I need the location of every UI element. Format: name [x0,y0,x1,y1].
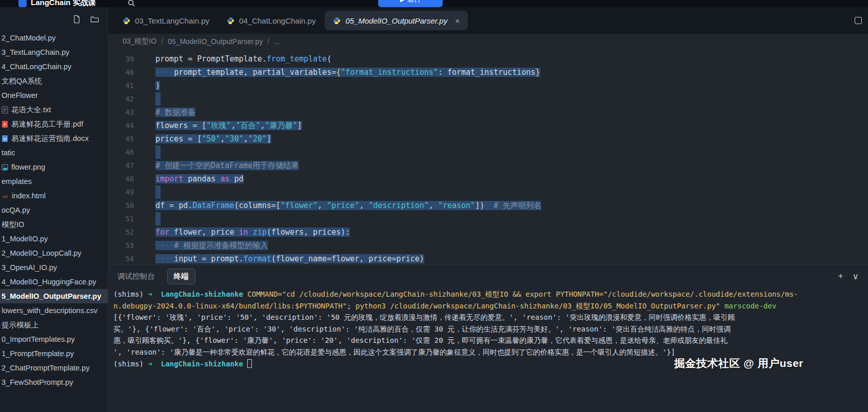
search-icon[interactable] [127,0,135,7]
new-file-icon[interactable] [72,14,82,24]
file-item[interactable]: W易速鲜花运营指南.docx [0,131,108,146]
file-item[interactable]: 5_ModelIO_OutputParser.py [0,289,108,303]
file-item-label: 5_ModelIO_OutputParser.py [2,292,101,300]
python-icon [123,17,130,25]
code-line-content [155,146,161,159]
file-item[interactable]: flower.png [0,160,108,174]
code-line[interactable]: 48import pandas as pd [108,172,868,186]
file-item-label: tatic [2,149,15,157]
code-token: , [261,121,265,130]
play-icon: ▶ [400,0,404,3]
code-line-content: df = pd.DataFrame(columns=["flower", "pr… [155,199,541,212]
code-line[interactable]: 51 [108,212,868,225]
file-item[interactable]: 3_TextLangChain.py [0,45,108,59]
file-item-label: emplates [2,177,32,186]
code-line[interactable]: 40····prompt_template, partial_variables… [108,66,868,79]
code-token: ] [298,121,302,130]
terminal-line: [{'flower': '玫瑰', 'price': '50', 'descri… [113,312,868,323]
code-line-content: import pandas as pd [155,172,244,186]
code-line[interactable]: 47# 创建一个空的DataFrame用于存储结果 [108,159,868,172]
file-item[interactable]: P易速鲜花员工手册.pdf [0,117,108,131]
code-token: "description" [368,201,428,210]
code-line[interactable]: 39prompt = PromptTemplate.from_template( [108,52,868,66]
chevron-down-icon[interactable]: ∨ [853,271,859,282]
run-button[interactable]: ▶ 运行 [378,0,443,7]
file-item[interactable]: 2_ChatModel.py [0,31,108,45]
breadcrumb-item[interactable]: 03_模型IO [123,37,156,46]
editor-tab[interactable]: 05_ModelIO_OutputParser.py× [325,11,468,30]
file-item-label: 1_PromptTemplate.py [2,349,74,358]
code-line[interactable]: 44flowers = ["玫瑰","百合","康乃馨"] [108,119,868,132]
file-item[interactable]: ocQA.py [0,203,108,217]
code-line[interactable]: 45prices = ["50","30","20"] [108,132,868,146]
terminal-text: 买。'}, {'flower': '百合', 'price': '30', 'd… [113,325,731,333]
close-icon[interactable]: × [455,16,460,25]
code-line-content: for flower, price in zip(flowers, prices… [155,225,350,239]
code-line[interactable]: 49 [108,186,868,199]
code-token: # 先声明列名 [494,201,541,210]
code-token: "康乃馨" [265,121,298,130]
code-line[interactable]: 54····input = prompt.format(flower_name=… [108,252,868,264]
file-item[interactable]: 2_ChatPromptTemplate.py [0,361,108,375]
file-item[interactable]: 提示模板上 [0,318,108,332]
file-item-label: flower.png [11,163,45,171]
html-file-icon: <> [2,192,9,200]
top-bar: LangChain 实战课 ▶ 运行 [0,0,868,7]
breadcrumb-item[interactable]: ... [274,37,280,46]
code-token: in [239,228,248,237]
docx-file-icon: W [2,135,8,142]
code-token: pd [230,174,244,183]
code-line[interactable]: 46 [108,146,868,159]
file-item[interactable]: 1_PromptTemplate.py [0,346,108,361]
terminal-text: COMMAND="cd /cloudide/workspace/LangChai… [247,290,798,298]
file-item[interactable]: 0_ImportTemplates.py [0,332,108,346]
file-item[interactable]: 4_ModelIO_HuggingFace.py [0,275,108,289]
code-line[interactable]: 53····# 根据提示准备模型的输入 [108,239,868,252]
file-item[interactable]: tatic [0,146,108,160]
tab-debug-console[interactable]: 调试控制台 [117,272,155,281]
file-item-label: 3_FewShotPrompt.py [2,378,73,386]
terminal-text: [{'flower': '玫瑰', 'price': '50', 'descri… [113,313,735,321]
new-folder-icon[interactable] [90,14,100,24]
file-item[interactable]: 3_FewShotPrompt.py [0,375,108,389]
code-token: "20" [248,134,267,143]
code-line[interactable]: 52for flower, price in zip(flowers, pric… [108,225,868,239]
editor-tab[interactable]: 04_ChatLongChain.py [219,11,324,30]
terminal-text: marscode-dev [724,302,776,310]
code-line[interactable]: 41) [108,79,868,92]
code-token: ) [155,81,160,90]
panel-header: 调试控制台 终端 + ∨ [108,265,868,287]
code-line[interactable]: 50df = pd.DataFrame(columns=["flower", "… [108,199,868,212]
app-logo: LangChain 实战课 [18,0,96,7]
file-item[interactable]: 文档QA系统 [0,74,108,88]
file-item[interactable]: 花语大全.txt [0,102,108,117]
code-line-content: # 数据准备 [155,106,195,119]
code-line-content: prices = ["50","30","20"] [155,132,271,146]
code-token: flower, price [169,228,239,237]
split-editor-icon[interactable] [855,17,862,24]
breadcrumb-item[interactable]: 05_ModelIO_OutputParser.py [168,37,263,46]
file-item[interactable]: OneFlower [0,88,108,102]
file-item[interactable]: 3_OpenAI_IO.py [0,260,108,275]
file-item[interactable]: emplates [0,174,108,189]
code-token: df = pd. [155,201,192,210]
code-token: # 创建一个空的DataFrame用于存储结果 [155,161,299,170]
code-line[interactable]: 42 [108,92,868,106]
code-line-content: ····# 根据提示准备模型的输入 [155,239,268,252]
file-item[interactable]: 1_ModelIO.py [0,232,108,246]
tab-terminal[interactable]: 终端 [167,269,195,284]
file-item[interactable]: 4_ChatLongChain.py [0,59,108,74]
code-token: ]) [475,201,494,210]
code-area[interactable]: 39prompt = PromptTemplate.from_template(… [108,49,868,264]
file-item[interactable]: lowers_with_descriptions.csv [0,303,108,318]
code-token: "玫瑰" [206,121,231,130]
file-item[interactable]: <>index.html [0,189,108,203]
code-line[interactable]: 43# 数据准备 [108,106,868,119]
code-token: zip [253,228,267,237]
editor-tab[interactable]: 03_TextLangChain.py [114,11,218,30]
new-terminal-icon[interactable]: + [838,271,843,282]
file-item[interactable]: 2_ModelIO_LoopCall.py [0,246,108,260]
file-item-label: 1_ModelIO.py [2,235,48,243]
file-item[interactable]: 模型IO [0,217,108,232]
line-number: 47 [108,159,142,172]
